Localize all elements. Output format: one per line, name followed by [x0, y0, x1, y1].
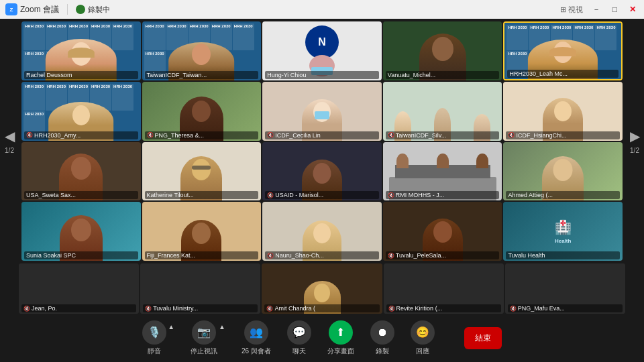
mute-label: 靜音 — [148, 347, 161, 356]
participants-icon-circle: 👥 — [244, 320, 268, 345]
video-cell-tuvalu-ministry: 🔇 Tuvalu Ministry... — [140, 263, 260, 314]
share-icon: ⬆ — [336, 326, 345, 339]
video-cell-katherine: Katherine Tilout... — [142, 142, 262, 201]
video-cell-taiwan-silv: 🔇 TaiwanICDF_Silv... — [383, 82, 502, 141]
close-button[interactable]: ✕ — [627, 5, 639, 14]
video-cell-amit: 🔇 Amit Chandra ( — [262, 263, 382, 314]
prev-page-arrow[interactable]: ◀ 1/2 — [0, 19, 19, 263]
reaction-icon: 😊 — [416, 326, 429, 339]
reaction-label: 回應 — [416, 347, 429, 356]
left-page-num: 1/2 — [5, 147, 14, 154]
record-label: 錄製中 — [88, 5, 110, 15]
record-icon: ⏺ — [377, 326, 388, 339]
name-tag-png-theresa: 🔇 PNG_Theresa &... — [145, 131, 259, 139]
video-area: ◀ 1/2 HRH 2030HRH 2030 HRH 2030HRH 2030 … — [0, 19, 644, 263]
video-cell-hungy: N Hung-Yi Chiou — [262, 21, 382, 80]
mic-icon-circle: 🎙️ — [142, 320, 166, 345]
name-tag-tuvalu-ministry: 🔇 Tuvalu Ministry... — [143, 304, 258, 312]
mic-group: 🎙️ 靜音 ▲ — [142, 320, 174, 356]
video-cell-marisol: 🔇 USAID - Marisol... — [262, 142, 382, 201]
minimize-button[interactable]: － — [590, 4, 603, 15]
participants-button[interactable]: 👥 26 與會者 — [241, 320, 271, 356]
participants-label: 26 與會者 — [241, 347, 271, 356]
mic-icon: 🎙️ — [148, 326, 161, 339]
video-cell-rmi: 🔇 RMI MOHHS - J... — [383, 142, 502, 201]
video-cell-amy: HRH 2030HRH 2030 HRH 2030HRH 2030 HRH 20… — [21, 82, 141, 141]
share-button[interactable]: ⬆ 分享畫面 — [327, 320, 354, 356]
video-cell-revite: 🔇 Revite Kirition (... — [384, 263, 504, 314]
video-cell-cecilia: 🔇 ICDF_Cecilia Lin — [262, 82, 382, 141]
chat-label: 聊天 — [292, 347, 306, 356]
end-meeting-button[interactable]: 結束 — [464, 327, 502, 349]
name-tag-ahmed: Ahmed Attieg (... — [506, 191, 620, 199]
name-tag-rachel: Rachel Deussom — [24, 71, 138, 79]
maximize-button[interactable]: □ — [610, 5, 620, 14]
share-label: 分享畫面 — [327, 347, 354, 356]
record-icon-circle: ⏺ — [370, 320, 394, 345]
name-tag-tuvalu-pele: 🔇 Tuvalu_PeleSala... — [386, 251, 500, 259]
toolbar: 🎙️ 靜音 ▲ 📷 停止視訊 ▲ 👥 26 與會者 💬 聊天 — [0, 314, 644, 362]
video-icon-circle: 📷 — [192, 320, 216, 345]
name-tag-hungy: Hung-Yi Chiou — [265, 71, 379, 79]
name-tag-nauru: 🔇 Nauru_Shao-Ch... — [265, 251, 379, 259]
share-icon-circle: ⬆ — [329, 320, 353, 345]
reaction-icon-circle: 😊 — [411, 320, 435, 345]
name-tag-marisol: 🔇 USAID - Marisol... — [265, 191, 379, 199]
name-tag-rmi: 🔇 RMI MOHHS - J... — [386, 191, 500, 199]
title-bar: Z Zoom 會議 錄製中 ⊞ 視視 － □ ✕ — [0, 0, 644, 19]
mic-arrow[interactable]: ▲ — [168, 323, 174, 330]
name-tag-leah: HRH2030_Leah Mc... — [507, 70, 619, 78]
video-cell-fiji: Fiji_Frances Kat... — [142, 202, 262, 261]
video-group: 📷 停止視訊 ▲ — [191, 320, 225, 356]
chat-icon-circle: 💬 — [287, 320, 311, 345]
record-label: 錄製 — [376, 347, 389, 356]
video-cell-sweta: USA_Sweta Sax... — [21, 142, 141, 201]
video-cell-hsiangchi: 🔇 ICDF_HsiangChi... — [503, 82, 623, 141]
stop-video-button[interactable]: 📷 停止視訊 — [191, 320, 217, 356]
name-tag-vanuatu: Vanuatu_Michel... — [386, 71, 500, 79]
video-cell-tuvalu-pele: 🔇 Tuvalu_PeleSala... — [383, 202, 502, 261]
mute-button[interactable]: 🎙️ 靜音 — [142, 320, 166, 356]
record-indicator: 錄製中 — [76, 5, 110, 15]
name-tag-amy: 🔇 HRH2030_Amy... — [24, 131, 138, 139]
video-cell-png-theresa: 🔇 PNG_Theresa &... — [142, 82, 262, 141]
name-tag-revite: 🔇 Revite Kirition (... — [386, 304, 501, 312]
video-cell-leah: HRH 2030HRH 2030 HRH 2030HRH 2030 HRH 20… — [503, 21, 623, 80]
name-tag-katherine: Katherine Tilout... — [145, 191, 259, 199]
video-cell-tuvalu-health: 🏥 Health Tuvalu Health — [503, 202, 623, 261]
record-dot — [76, 5, 85, 14]
name-tag-sunia: Sunia Soakai SPC — [24, 251, 138, 259]
zoom-icon: Z — [5, 3, 17, 15]
video-cell-vanuatu: Vanuatu_Michel... — [383, 21, 502, 80]
chat-button[interactable]: 💬 聊天 — [287, 320, 311, 356]
video-icon: 📷 — [197, 326, 211, 339]
reaction-button[interactable]: 😊 回應 — [411, 320, 435, 356]
video-cell-nauru: 🔇 Nauru_Shao-Ch... — [262, 202, 382, 261]
name-tag-hsiangchi: 🔇 ICDF_HsiangChi... — [506, 131, 620, 139]
name-tag-cecilia: 🔇 ICDF_Cecilia Lin — [265, 131, 379, 139]
video-cell-jean: 🔇 Jean, Po. — [19, 263, 139, 314]
video-cell-ahmed: Ahmed Attieg (... — [503, 142, 623, 201]
right-page-num: 1/2 — [630, 147, 639, 154]
zoom-logo: Z Zoom 會議 — [5, 3, 59, 15]
participants-icon: 👥 — [250, 326, 263, 339]
video-label: 停止視訊 — [191, 347, 217, 356]
view-btn[interactable]: ⊞ 視視 — [560, 5, 583, 15]
name-tag-sweta: USA_Sweta Sax... — [24, 191, 138, 199]
video-cell-taiwan1: HRH 2030HRH 2030 HRH 2030HRH 2030 HRH 20… — [142, 21, 262, 80]
participant-grid: HRH 2030HRH 2030 HRH 2030HRH 2030 HRH 20… — [19, 19, 625, 263]
video-cell-png-mafu: 🔇 PNG_Mafu Eva... — [505, 263, 625, 314]
next-page-arrow[interactable]: ▶ 1/2 — [625, 19, 644, 263]
name-tag-tuvalu-health: Tuvalu Health — [506, 251, 620, 259]
chat-icon: 💬 — [292, 326, 306, 339]
name-tag-png-mafu: 🔇 PNG_Mafu Eva... — [508, 304, 623, 312]
name-tag-taiwan1: TaiwanICDF_Taiwan... — [145, 71, 259, 79]
name-tag-taiwan-silv: 🔇 TaiwanICDF_Silv... — [386, 131, 500, 139]
app-title: Zoom 會議 — [20, 4, 59, 15]
title-bar-left: Z Zoom 會議 錄製中 — [5, 3, 110, 15]
video-arrow[interactable]: ▲ — [219, 323, 225, 330]
name-tag-fiji: Fiji_Frances Kat... — [145, 251, 259, 259]
record-button[interactable]: ⏺ 錄製 — [370, 320, 394, 356]
title-bar-right: ⊞ 視視 － □ ✕ — [560, 4, 639, 15]
name-tag-amit: 🔇 Amit Chandra ( — [264, 304, 379, 312]
